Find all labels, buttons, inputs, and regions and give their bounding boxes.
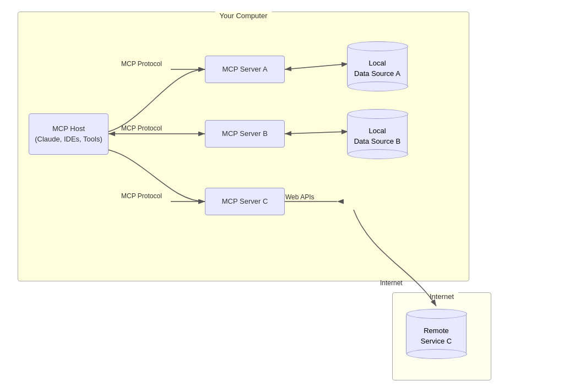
mcp-server-b-box: MCP Server B <box>205 120 285 148</box>
mcp-server-b-label: MCP Server B <box>222 129 268 139</box>
protocol-c-label: MCP Protocol <box>121 192 162 200</box>
remote-service-bottom <box>406 349 467 359</box>
diagram-canvas: Your Computer Internet <box>12 6 552 386</box>
internet-label: Internet <box>425 292 458 301</box>
local-data-b-label: LocalData Source B <box>354 122 401 146</box>
protocol-a-label: MCP Protocol <box>121 60 162 68</box>
internet-arrow-label: Internet <box>380 279 403 287</box>
local-data-a-wrapper: LocalData Source A <box>347 40 408 92</box>
local-data-a-bottom <box>348 81 408 91</box>
mcp-host-box: MCP Host(Claude, IDEs, Tools) <box>29 113 109 155</box>
mcp-host-label: MCP Host(Claude, IDEs, Tools) <box>35 124 102 144</box>
remote-service-body: RemoteService C <box>406 313 467 355</box>
remote-service-wrapper: RemoteService C <box>406 308 467 360</box>
mcp-server-a-label: MCP Server A <box>222 64 267 74</box>
your-computer-label: Your Computer <box>215 12 272 20</box>
local-data-b-bottom <box>348 149 408 159</box>
remote-service-label: RemoteService C <box>421 322 452 346</box>
mcp-server-c-box: MCP Server C <box>205 188 285 215</box>
local-data-a-label: LocalData Source A <box>354 54 400 78</box>
mcp-server-c-label: MCP Server C <box>222 197 268 206</box>
local-data-a-top <box>348 41 408 51</box>
web-apis-label: Web APIs <box>285 193 314 201</box>
remote-service-top <box>406 309 467 319</box>
local-data-a-body: LocalData Source A <box>347 46 408 87</box>
mcp-server-a-box: MCP Server A <box>205 56 285 83</box>
local-data-b-top <box>348 109 408 119</box>
local-data-b-wrapper: LocalData Source B <box>347 108 408 160</box>
protocol-b-label: MCP Protocol <box>121 124 162 132</box>
local-data-b-body: LocalData Source B <box>347 113 408 155</box>
